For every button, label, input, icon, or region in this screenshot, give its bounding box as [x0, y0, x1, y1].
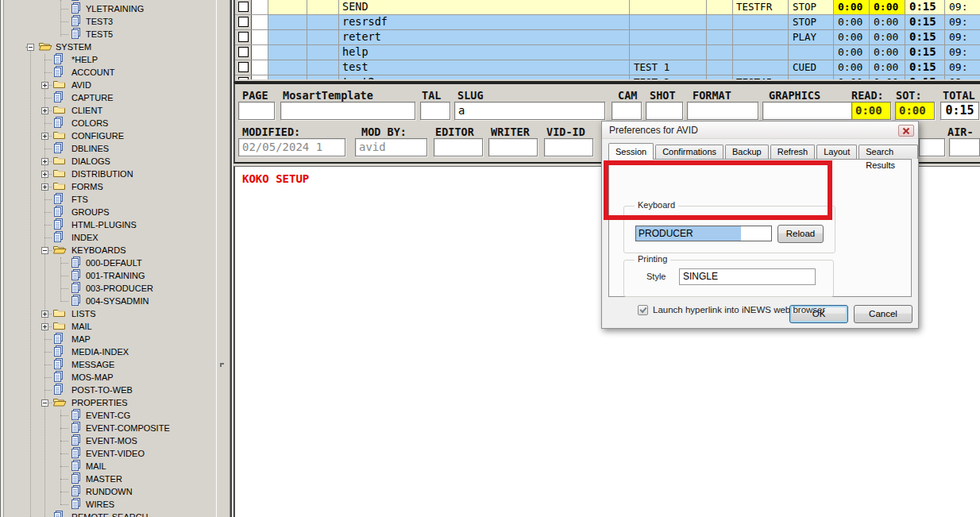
tab-refresh[interactable]: Refresh	[770, 145, 816, 159]
rundown-row[interactable]: resrsdfSTOP0:000:000:1509:	[235, 15, 980, 30]
rundown-row[interactable]: SENDTESTFRSTOP0:000:000:1509:	[235, 0, 980, 15]
tree-item-event-mos[interactable]: EVENT-MOS	[5, 434, 216, 447]
expand-plus-icon[interactable]	[41, 82, 48, 89]
tree-item-capture[interactable]: CAPTURE	[5, 91, 216, 104]
rundown-row[interactable]: retertPLAY0:000:000:1509:	[235, 30, 980, 45]
row-select-box[interactable]	[238, 77, 249, 79]
collapse-minus-icon[interactable]	[27, 44, 34, 51]
tree-item-001-training[interactable]: 001-TRAINING	[5, 269, 216, 282]
expand-plus-icon[interactable]	[41, 133, 48, 140]
tree-item-media-index[interactable]: MEDIA-INDEX	[5, 345, 216, 358]
cell-read: 0:00	[834, 0, 870, 14]
tree-item-system[interactable]: SYSTEM	[5, 41, 216, 53]
expand-plus-icon[interactable]	[41, 171, 48, 178]
collapse-minus-icon[interactable]	[41, 399, 48, 407]
tree-item-dblines[interactable]: DBLINES	[5, 142, 216, 155]
modified-input[interactable]: 02/05/2024 1	[238, 138, 345, 156]
tab-search-results[interactable]: Search Results	[858, 145, 918, 159]
page-input[interactable]	[238, 102, 275, 120]
rundown-row[interactable]: testTEST 1CUED0:000:000:1509:	[235, 60, 980, 75]
expand-plus-icon[interactable]	[41, 183, 48, 191]
tree-item-lists[interactable]: LISTS	[5, 307, 216, 320]
tab-confirmations[interactable]: Confirmations	[655, 145, 723, 159]
tree-item-003-producer[interactable]: 003-PRODUCER	[5, 282, 216, 295]
tree-item-configure[interactable]: CONFIGURE	[5, 129, 216, 142]
mosarttemplate-input[interactable]	[280, 102, 415, 120]
tree-item-distribution[interactable]: DISTRIBUTION	[5, 168, 216, 180]
tree-item-mail[interactable]: MAIL	[5, 320, 216, 333]
shot-input[interactable]	[646, 102, 683, 120]
tree-item-fts[interactable]: FTS	[5, 193, 216, 206]
tree-item-colors[interactable]: COLORS	[5, 117, 216, 129]
tree-item-000-default[interactable]: 000-DEFAULT	[5, 257, 216, 269]
tree-item-event-cg[interactable]: EVENT-CG	[5, 409, 216, 422]
air-input-2[interactable]	[949, 138, 980, 156]
expand-plus-icon[interactable]	[41, 323, 48, 330]
vidid-input[interactable]	[544, 138, 593, 156]
tree-item-mos-map[interactable]: MOS-MAP	[5, 371, 216, 384]
tree-item-mail[interactable]: MAIL	[5, 460, 216, 473]
tree-item-forms[interactable]: FORMS	[5, 180, 216, 193]
tree-item-dialogs[interactable]: DIALOGS	[5, 155, 216, 168]
tree-item-remote-search[interactable]: REMOTE-SEARCH	[5, 511, 216, 517]
cam-input[interactable]	[612, 102, 642, 120]
grid-cell	[252, 0, 268, 14]
tree-item-html-plugins[interactable]: HTML-PLUGINS	[5, 218, 216, 231]
tab-backup[interactable]: Backup	[725, 145, 769, 159]
cancel-button[interactable]: Cancel	[854, 305, 912, 323]
tree-item-master[interactable]: MASTER	[5, 473, 216, 485]
tree-item-client[interactable]: CLIENT	[5, 104, 216, 117]
dialog-title[interactable]: Preferences for AVID	[602, 122, 918, 139]
tree-item-event-composite[interactable]: EVENT-COMPOSITE	[5, 422, 216, 434]
collapse-minus-icon[interactable]	[41, 247, 48, 254]
tree-item-test5[interactable]: TEST5	[5, 28, 216, 41]
air-input-1[interactable]	[919, 138, 945, 156]
rundown-row[interactable]: test2TEST 2TEST450:000:000:1509:	[235, 75, 980, 79]
tree-item-message[interactable]: MESSAGE	[5, 358, 216, 371]
grid-cell	[268, 0, 307, 14]
folder-icon	[52, 104, 66, 117]
tab-session[interactable]: Session	[608, 143, 654, 160]
tree-item-test3[interactable]: TEST3	[5, 15, 216, 28]
editor-input[interactable]	[434, 138, 483, 156]
row-select-box[interactable]	[238, 62, 249, 72]
tree-item-yletraining[interactable]: YLETRAINING	[5, 2, 216, 15]
style-input[interactable]: SINGLE	[679, 268, 816, 285]
splitter-grip-icon[interactable]	[220, 363, 224, 367]
tree-item-map[interactable]: MAP	[5, 333, 216, 345]
grid-cell	[707, 75, 733, 79]
expand-plus-icon[interactable]	[41, 311, 48, 318]
tree-item-rundown[interactable]: RUNDOWN	[5, 485, 216, 498]
format-input[interactable]	[687, 102, 758, 120]
row-select-box[interactable]	[238, 17, 249, 27]
tree-item-004-sysadmin[interactable]: 004-SYSADMIN	[5, 295, 216, 307]
tree-item-post-to-web[interactable]: POST-TO-WEB	[5, 384, 216, 396]
row-select-box[interactable]	[238, 47, 249, 57]
tal-input[interactable]	[420, 102, 450, 120]
sidebar-splitter[interactable]	[216, 0, 230, 517]
graphics-input[interactable]	[762, 102, 859, 120]
close-icon[interactable]	[898, 125, 914, 137]
modby-input[interactable]: avid	[355, 138, 427, 156]
reload-button[interactable]: Reload	[777, 225, 824, 243]
tree-item-avid[interactable]: AVID	[5, 79, 216, 91]
expand-plus-icon[interactable]	[41, 107, 48, 114]
keyboard-input[interactable]: PRODUCER	[635, 226, 772, 241]
tree-item-keyboards[interactable]: KEYBOARDS	[5, 244, 216, 257]
tree-item-account[interactable]: ACCOUNT	[5, 66, 216, 79]
tree-item-help[interactable]: *HELP	[5, 53, 216, 66]
cell-cam	[630, 30, 707, 44]
slug-input[interactable]: a	[454, 102, 605, 120]
tree-item-event-video[interactable]: EVENT-VIDEO	[5, 447, 216, 460]
tree-item-properties[interactable]: PROPERTIES	[5, 396, 216, 409]
tree-item-wires[interactable]: WIRES	[5, 498, 216, 511]
checkbox-checked-icon[interactable]	[638, 305, 648, 315]
row-select-box[interactable]	[238, 32, 249, 42]
writer-input[interactable]	[488, 138, 538, 156]
tab-layout[interactable]: Layout	[816, 145, 857, 159]
expand-plus-icon[interactable]	[41, 158, 48, 165]
rundown-row[interactable]: help0:000:000:1509:	[235, 45, 980, 60]
tree-item-index[interactable]: INDEX	[5, 231, 216, 244]
tree-item-groups[interactable]: GROUPS	[5, 206, 216, 218]
row-select-box[interactable]	[238, 2, 249, 12]
